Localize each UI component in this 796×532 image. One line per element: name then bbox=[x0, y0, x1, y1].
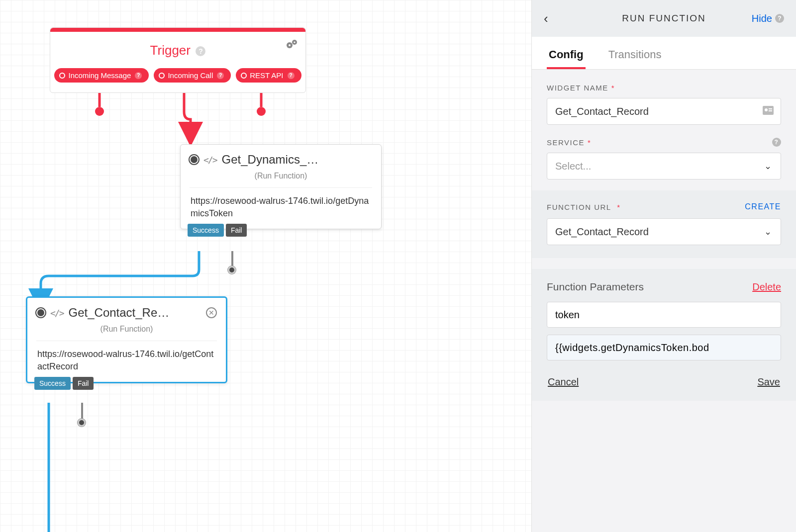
trigger-title: Trigger bbox=[150, 43, 191, 58]
svg-rect-7 bbox=[769, 110, 772, 111]
panel-body: WIDGET NAME* Get_Contact_Record SERVICE*… bbox=[532, 70, 796, 532]
chip-label: REST API bbox=[250, 71, 283, 80]
help-icon[interactable]: ? bbox=[772, 138, 781, 147]
label-text: FUNCTION URL bbox=[547, 203, 611, 211]
widget-subtitle: (Run Function) bbox=[27, 323, 226, 341]
save-link[interactable]: Save bbox=[757, 376, 780, 388]
endpoint-icon[interactable] bbox=[95, 107, 104, 116]
help-icon: ? bbox=[135, 72, 142, 79]
tab-config[interactable]: Config bbox=[547, 48, 586, 69]
panel-title: RUN FUNCTION bbox=[532, 13, 796, 24]
close-icon[interactable]: ✕ bbox=[206, 307, 217, 318]
endpoint-icon[interactable] bbox=[78, 419, 86, 427]
help-icon: ? bbox=[217, 72, 224, 79]
help-icon: ? bbox=[288, 72, 295, 79]
svg-point-3 bbox=[294, 41, 295, 43]
svg-rect-6 bbox=[769, 108, 772, 109]
endpoint-icon[interactable] bbox=[228, 266, 236, 274]
widget-title: Get_Contact_Re… bbox=[69, 306, 201, 320]
input-port-icon[interactable] bbox=[190, 155, 199, 164]
trigger-accent-bar bbox=[50, 28, 305, 32]
output-success[interactable]: Success bbox=[188, 224, 224, 237]
function-url-label: FUNCTION URL * bbox=[547, 203, 621, 211]
param-value-input[interactable]: {{widgets.getDynamicsToken.bod bbox=[547, 335, 781, 360]
widget-name-input[interactable]: Get_Contact_Record bbox=[547, 98, 781, 125]
trigger-chip-incoming-message[interactable]: Incoming Message ? bbox=[54, 68, 149, 83]
output-fail[interactable]: Fail bbox=[73, 377, 94, 390]
flow-canvas[interactable]: Trigger ? Incoming Message ? Incoming Ca… bbox=[0, 0, 531, 532]
widget-get-contact[interactable]: </> Get_Contact_Re… ✕ (Run Function) htt… bbox=[26, 296, 227, 383]
widget-name-label: WIDGET NAME* bbox=[547, 84, 781, 92]
service-select[interactable]: Select... ⌄ bbox=[547, 153, 781, 179]
param-key-input[interactable]: token bbox=[547, 302, 781, 328]
port-icon bbox=[241, 73, 247, 79]
delete-link[interactable]: Delete bbox=[752, 281, 781, 293]
panel-header: ‹ RUN FUNCTION Hide ? bbox=[532, 0, 796, 37]
select-placeholder: Select... bbox=[555, 161, 591, 172]
input-value: token bbox=[555, 309, 580, 321]
input-value: Get_Contact_Record bbox=[555, 106, 649, 117]
function-url-section: FUNCTION URL * CREATE Get_Contact_Record… bbox=[532, 190, 796, 258]
endpoint-icon[interactable] bbox=[257, 107, 266, 116]
collapse-panel-button[interactable]: « bbox=[531, 59, 532, 84]
widget-url: https://rosewood-walrus-1746.twil.io/get… bbox=[27, 341, 226, 382]
widget-subtitle: (Run Function) bbox=[181, 170, 381, 187]
trigger-chip-rest-api[interactable]: REST API ? bbox=[236, 68, 301, 83]
gear-icon[interactable] bbox=[286, 39, 298, 53]
function-params-section: Function Parameters Delete token {{widge… bbox=[532, 269, 796, 401]
label-text: WIDGET NAME bbox=[547, 84, 608, 92]
port-icon bbox=[59, 73, 65, 79]
widget-title: Get_Dynamics_… bbox=[222, 153, 372, 167]
svg-point-2 bbox=[289, 44, 291, 46]
code-icon: </> bbox=[50, 308, 64, 318]
code-icon: </> bbox=[203, 155, 217, 165]
chevron-down-icon: ⌄ bbox=[764, 161, 772, 172]
id-card-icon bbox=[763, 105, 774, 118]
svg-point-5 bbox=[765, 108, 768, 111]
tab-transitions[interactable]: Transitions bbox=[606, 48, 664, 69]
output-fail[interactable]: Fail bbox=[226, 224, 247, 237]
chip-label: Incoming Call bbox=[168, 71, 213, 80]
cancel-link[interactable]: Cancel bbox=[548, 376, 579, 388]
panel-tabs: Config Transitions bbox=[532, 37, 796, 70]
params-title: Function Parameters bbox=[547, 281, 644, 293]
select-value: Get_Contact_Record bbox=[555, 226, 649, 238]
chip-label: Incoming Message bbox=[68, 71, 131, 80]
inspector-panel: « ‹ RUN FUNCTION Hide ? Config Transitio… bbox=[531, 0, 796, 532]
service-label: SERVICE* ? bbox=[547, 138, 781, 147]
create-link[interactable]: CREATE bbox=[745, 202, 781, 211]
widget-get-dynamics[interactable]: </> Get_Dynamics_… (Run Function) https:… bbox=[180, 144, 382, 229]
widget-url: https://rosewood-walrus-1746.twil.io/get… bbox=[181, 188, 381, 229]
trigger-node[interactable]: Trigger ? Incoming Message ? Incoming Ca… bbox=[50, 27, 306, 93]
trigger-chip-incoming-call[interactable]: Incoming Call ? bbox=[154, 68, 231, 83]
input-port-icon[interactable] bbox=[36, 308, 45, 317]
chevron-down-icon: ⌄ bbox=[764, 226, 772, 237]
function-url-select[interactable]: Get_Contact_Record ⌄ bbox=[547, 218, 781, 245]
label-text: SERVICE bbox=[547, 138, 585, 147]
port-icon bbox=[159, 73, 165, 79]
input-value: {{widgets.getDynamicsToken.bod bbox=[555, 342, 709, 354]
output-success[interactable]: Success bbox=[34, 377, 71, 390]
help-icon[interactable]: ? bbox=[196, 46, 205, 56]
